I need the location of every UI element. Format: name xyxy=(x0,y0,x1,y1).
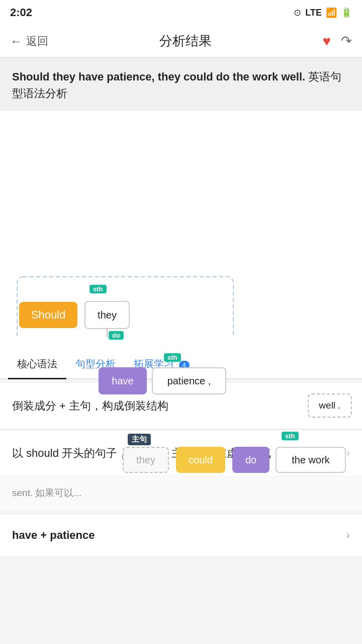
node-patience: patience , xyxy=(152,367,226,394)
diagram-inner: sth Should they do sth have patience , w… xyxy=(8,121,354,337)
node-do: do xyxy=(232,447,269,473)
share-icon[interactable]: ↷ xyxy=(341,33,352,49)
lte-label: LTE xyxy=(305,8,322,18)
node-have: have xyxy=(99,367,147,394)
tag-sth-2: sth xyxy=(164,353,181,362)
status-time: 2:02 xyxy=(10,6,32,19)
back-label[interactable]: 返回 xyxy=(26,34,48,49)
tag-sth-1: sth xyxy=(89,285,107,293)
tab-core-grammar[interactable]: 核心语法 xyxy=(8,350,66,379)
bottom-section[interactable]: have + patience › xyxy=(0,514,362,556)
favorite-icon[interactable]: ♥ xyxy=(322,33,331,49)
node-well: well . xyxy=(308,393,352,418)
node-thework: the work xyxy=(276,447,346,473)
node-could: could xyxy=(176,447,225,473)
nav-back[interactable]: ← 返回 xyxy=(10,34,48,49)
status-icons: ⊙ LTE 📶 🔋 xyxy=(294,7,352,18)
tag-main-clause: 主句 xyxy=(128,434,151,445)
subtext-section: sent. 如果可以... xyxy=(0,476,362,510)
status-bar: 2:02 ⊙ LTE 📶 🔋 xyxy=(0,0,362,25)
node-should: Should xyxy=(19,302,77,328)
tag-sth-3: sth xyxy=(282,432,299,440)
page-title: 分析结果 xyxy=(159,32,212,50)
tag-do: do xyxy=(109,331,124,340)
nav-actions: ♥ ↷ xyxy=(322,33,352,49)
top-nav: ← 返回 分析结果 ♥ ↷ xyxy=(0,25,362,57)
signal-icon: 📶 xyxy=(326,7,337,18)
sentence-header: Should they have patience, they could do… xyxy=(0,57,362,111)
bottom-label: have + patience xyxy=(12,529,95,542)
node-they2: they xyxy=(123,447,169,473)
section-1-text: 倒装成分 + 主句，构成倒装结构 xyxy=(12,397,346,415)
diagram-area: sth Should they do sth have patience , w… xyxy=(0,111,362,347)
chevron-right-bottom: › xyxy=(346,529,350,542)
node-they1: they xyxy=(84,301,130,329)
circle-icon: ⊙ xyxy=(294,7,301,18)
battery-icon: 🔋 xyxy=(341,7,352,18)
sentence-english: Should they have patience, they could do… xyxy=(12,70,305,83)
back-arrow-icon[interactable]: ← xyxy=(10,34,22,48)
chevron-right-2: › xyxy=(346,444,350,462)
